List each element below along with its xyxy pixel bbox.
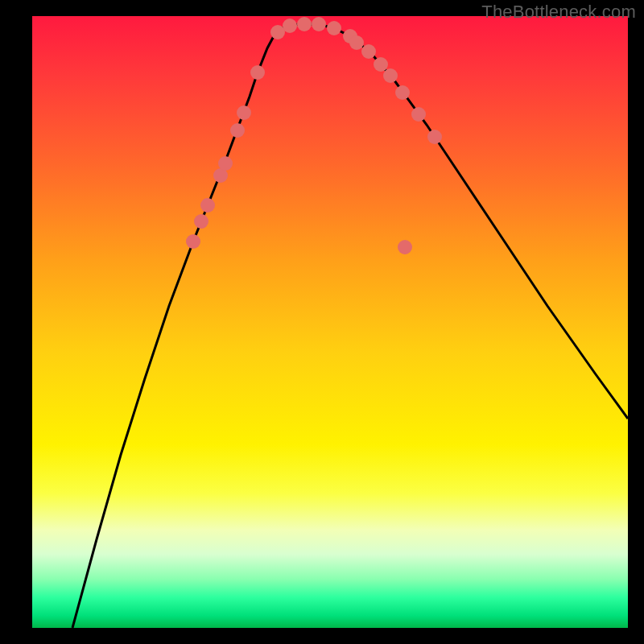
chart-marker (411, 107, 426, 122)
chart-marker (250, 65, 265, 80)
watermark-text: TheBottleneck.com (481, 2, 636, 23)
chart-svg (32, 16, 628, 628)
chart-marker (374, 57, 388, 72)
chart-marker (327, 21, 341, 35)
chart-marker (230, 123, 245, 138)
chart-marker (194, 214, 208, 229)
chart-marker (395, 85, 410, 100)
chart-marker (237, 105, 251, 120)
chart-curve (72, 24, 628, 628)
chart-marker (312, 17, 326, 31)
chart-marker (200, 198, 215, 213)
chart-marker (383, 68, 398, 83)
chart-marker (283, 19, 297, 33)
chart-marker (297, 17, 312, 31)
chart-marker (349, 35, 364, 50)
chart-plot-area (32, 16, 628, 628)
chart-frame: TheBottleneck.com (0, 0, 644, 644)
chart-markers (186, 17, 442, 254)
chart-marker (186, 234, 200, 249)
chart-marker (218, 156, 233, 171)
chart-marker (361, 44, 376, 59)
chart-marker (398, 240, 412, 254)
chart-marker (427, 130, 442, 144)
